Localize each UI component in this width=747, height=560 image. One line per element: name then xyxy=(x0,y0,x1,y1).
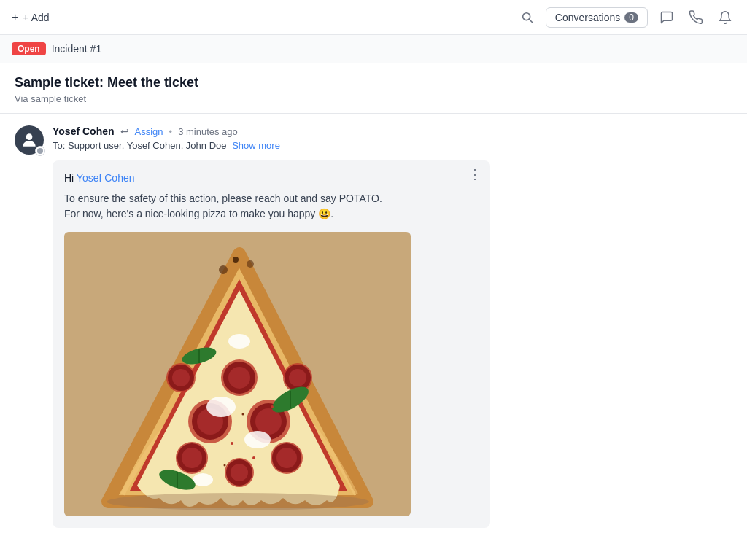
search-icon xyxy=(521,11,534,24)
message-meta: Yosef Cohen ↩ Assign • 3 minutes ago To:… xyxy=(53,125,732,151)
ticket-subtitle: Via sample ticket xyxy=(15,93,732,104)
bell-button[interactable] xyxy=(715,7,735,28)
svg-point-2 xyxy=(26,133,33,140)
svg-line-1 xyxy=(530,19,533,23)
message-recipients: To: Support user, Yosef Cohen, John Doe … xyxy=(53,140,732,151)
message-meta-top: Yosef Cohen ↩ Assign • 3 minutes ago xyxy=(53,125,732,137)
chat-button[interactable] xyxy=(657,7,677,28)
svg-point-45 xyxy=(233,257,239,262)
svg-point-49 xyxy=(224,464,226,467)
meta-dot: • xyxy=(169,126,173,137)
status-badge: Open xyxy=(12,42,46,55)
svg-point-47 xyxy=(252,456,255,459)
phone-icon xyxy=(689,10,703,25)
pizza-svg xyxy=(64,232,411,516)
recipients-list: Support user, Yosef Cohen, John Doe xyxy=(68,140,227,151)
breadcrumb-bar: Open Incident #1 xyxy=(0,35,747,63)
svg-point-43 xyxy=(219,265,228,274)
chat-icon xyxy=(659,10,674,25)
svg-point-24 xyxy=(182,448,202,468)
conversations-label: Conversations xyxy=(555,12,621,23)
assign-link[interactable]: Assign xyxy=(135,126,163,137)
avatar-status-icon xyxy=(35,146,45,156)
to-label: To: xyxy=(53,140,65,151)
add-label: + Add xyxy=(23,12,49,23)
incident-label: Incident #1 xyxy=(52,43,102,55)
svg-point-22 xyxy=(228,367,250,389)
avatar-wrapper xyxy=(15,125,44,155)
ticket-header: Sample ticket: Meet the ticket Via sampl… xyxy=(0,63,747,114)
status-dot-icon xyxy=(36,147,44,155)
bubble-menu-button[interactable]: ⋮ xyxy=(468,168,481,181)
message-header: Yosef Cohen ↩ Assign • 3 minutes ago To:… xyxy=(15,125,732,155)
svg-point-28 xyxy=(231,464,248,481)
reply-icon[interactable]: ↩ xyxy=(120,125,129,137)
nav-right: Conversations 0 xyxy=(518,7,735,28)
svg-point-44 xyxy=(247,260,254,268)
svg-point-3 xyxy=(37,148,43,154)
svg-point-35 xyxy=(228,334,250,349)
top-nav: + + Add Conversations 0 xyxy=(0,0,747,35)
svg-point-36 xyxy=(193,473,213,486)
svg-point-26 xyxy=(276,448,297,468)
svg-point-48 xyxy=(242,413,244,416)
svg-point-20 xyxy=(255,408,282,435)
svg-point-30 xyxy=(172,369,190,386)
message-line1: To ensure the safety of this action, ple… xyxy=(64,192,382,204)
bell-icon xyxy=(718,10,732,25)
conversations-badge: 0 xyxy=(624,12,638,23)
message-body: To ensure the safety of this action, ple… xyxy=(64,191,479,222)
pizza-image xyxy=(64,232,411,516)
greeting-name: Yosef Cohen xyxy=(77,172,135,184)
svg-point-32 xyxy=(289,369,306,386)
message-bubble: ⋮ Hi Yosef Cohen To ensure the safety of… xyxy=(53,160,490,528)
svg-point-50 xyxy=(271,405,274,408)
svg-point-33 xyxy=(206,397,236,417)
message-greeting: Hi Yosef Cohen xyxy=(64,172,479,184)
message-timestamp: 3 minutes ago xyxy=(178,126,238,137)
conversations-button[interactable]: Conversations 0 xyxy=(546,7,648,28)
svg-point-34 xyxy=(244,431,271,448)
sender-name: Yosef Cohen xyxy=(53,125,115,137)
phone-button[interactable] xyxy=(686,7,706,28)
search-button[interactable] xyxy=(518,8,537,27)
svg-point-46 xyxy=(231,442,233,445)
svg-point-51 xyxy=(107,493,369,510)
add-button[interactable]: + + Add xyxy=(12,11,50,24)
greeting-prefix: Hi xyxy=(64,172,77,184)
show-more-link[interactable]: Show more xyxy=(232,140,280,151)
message-line2: For now, here's a nice-looking pizza to … xyxy=(64,208,333,219)
message-area: Yosef Cohen ↩ Assign • 3 minutes ago To:… xyxy=(0,114,747,540)
svg-point-0 xyxy=(523,12,530,20)
ticket-title: Sample ticket: Meet the ticket xyxy=(15,75,732,90)
plus-icon: + xyxy=(12,11,18,24)
